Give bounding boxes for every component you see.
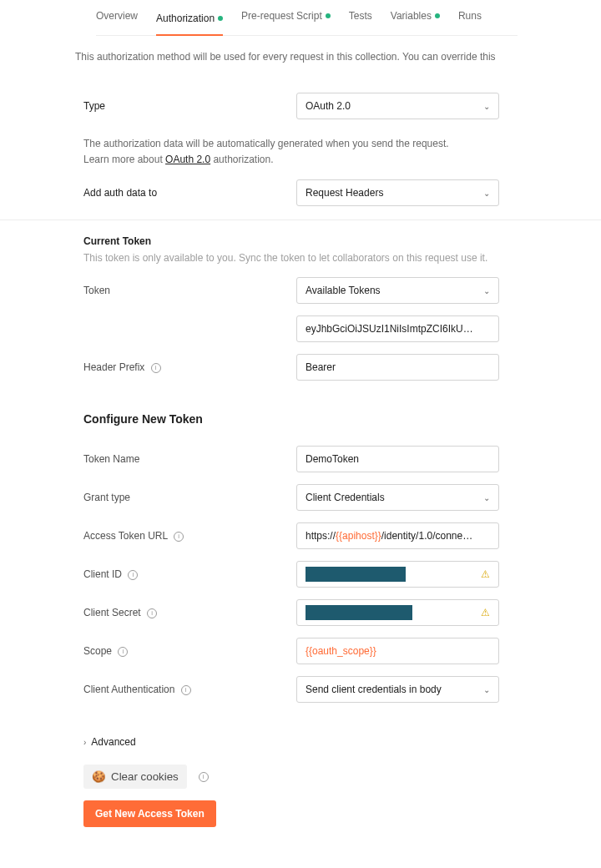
token-label: Token [83, 285, 296, 296]
token-name-value: DemoToken [306, 453, 359, 465]
token-value: eyJhbGciOiJSUzI1NiIsImtpZCI6IkU2N… [306, 323, 473, 335]
status-dot-icon [435, 13, 440, 18]
scope-value: {{oauth_scope}} [306, 645, 376, 657]
token-value-input[interactable]: eyJhbGciOiJSUzI1NiIsImtpZCI6IkU2N… [296, 315, 499, 342]
client-auth-select[interactable]: Send client credentials in body ⌄ [296, 676, 499, 703]
redacted-value [306, 567, 406, 582]
url-label-text: Access Token URL [83, 530, 168, 542]
token-select-value: Available Tokens [306, 285, 381, 296]
tab-variables-label: Variables [391, 10, 432, 22]
type-select-value: OAuth 2.0 [306, 100, 351, 112]
desc-after: authorization. [210, 154, 273, 165]
client-auth-text: Client Authentication [83, 684, 174, 695]
type-select[interactable]: OAuth 2.0 ⌄ [296, 93, 499, 119]
info-icon[interactable]: i [128, 570, 138, 580]
tab-prerequest-label: Pre-request Script [241, 10, 322, 22]
client-secret-label: Client Secret i [83, 607, 296, 618]
info-icon[interactable]: i [181, 685, 191, 695]
chevron-down-icon: ⌄ [483, 102, 490, 111]
info-icon[interactable]: i [151, 363, 161, 373]
client-id-input[interactable]: ⚠ [296, 561, 499, 588]
token-name-label: Token Name [83, 453, 296, 465]
status-dot-icon [218, 16, 223, 21]
advanced-label: Advanced [91, 736, 135, 748]
add-auth-select[interactable]: Request Headers ⌄ [296, 179, 499, 206]
header-prefix-value: Bearer [306, 361, 336, 373]
client-secret-input[interactable]: ⚠ [296, 599, 499, 626]
chevron-down-icon: ⌄ [483, 493, 490, 502]
info-icon[interactable]: i [118, 647, 128, 657]
tab-authorization[interactable]: Authorization [156, 10, 223, 36]
url-value: https://{{apihost}}/identity/1.0/conne… [306, 530, 473, 542]
tab-runs[interactable]: Runs [458, 10, 482, 27]
grant-value: Client Credentials [306, 492, 385, 503]
current-token-desc: This token is only available to you. Syn… [83, 250, 518, 265]
chevron-down-icon: ⌄ [483, 685, 490, 694]
add-auth-value: Request Headers [306, 187, 383, 199]
auth-description: The authorization data will be automatic… [83, 136, 518, 168]
access-token-url-input[interactable]: https://{{apihost}}/identity/1.0/conne… [296, 522, 499, 549]
desc-line1: The authorization data will be automatic… [83, 138, 449, 149]
client-auth-label: Client Authentication i [83, 684, 296, 695]
chevron-right-icon: › [83, 738, 86, 747]
header-prefix-input[interactable]: Bearer [296, 354, 499, 381]
tab-prerequest[interactable]: Pre-request Script [241, 10, 331, 27]
scope-text: Scope [83, 645, 112, 657]
warning-icon[interactable]: ⚠ [481, 607, 490, 618]
tabs-bar: Overview Authorization Pre-request Scrip… [96, 0, 518, 36]
advanced-toggle[interactable]: › Advanced [83, 736, 518, 748]
client-id-text: Client ID [83, 568, 122, 580]
tab-variables[interactable]: Variables [391, 10, 440, 27]
info-icon[interactable]: i [199, 772, 209, 782]
client-secret-text: Client Secret [83, 607, 141, 618]
token-select[interactable]: Available Tokens ⌄ [296, 277, 499, 304]
client-auth-value: Send client credentials in body [306, 684, 442, 695]
chevron-down-icon: ⌄ [483, 189, 490, 198]
grant-select[interactable]: Client Credentials ⌄ [296, 484, 499, 511]
type-label: Type [83, 100, 296, 112]
intro-text: This authorization method will be used f… [75, 49, 526, 64]
status-dot-icon [326, 13, 331, 18]
url-label: Access Token URL i [83, 530, 296, 542]
grant-label: Grant type [83, 492, 296, 503]
cookie-icon: 🍪 [92, 770, 106, 783]
tab-tests[interactable]: Tests [349, 10, 372, 27]
info-icon[interactable]: i [174, 532, 184, 542]
token-name-input[interactable]: DemoToken [296, 446, 499, 472]
header-prefix-label: Header Prefix i [83, 361, 296, 373]
get-new-access-token-button[interactable]: Get New Access Token [83, 800, 216, 827]
warning-icon[interactable]: ⚠ [481, 568, 490, 580]
clear-cookies-button[interactable]: 🍪 Clear cookies [83, 765, 187, 789]
header-prefix-text: Header Prefix [83, 361, 144, 373]
info-icon[interactable]: i [147, 608, 157, 618]
tab-overview[interactable]: Overview [96, 10, 138, 27]
add-auth-label: Add auth data to [83, 187, 296, 199]
tab-authorization-label: Authorization [156, 13, 215, 24]
current-token-header: Current Token [83, 235, 518, 247]
client-id-label: Client ID i [83, 568, 296, 580]
chevron-down-icon: ⌄ [483, 286, 490, 295]
configure-title: Configure New Token [83, 412, 518, 426]
clear-cookies-label: Clear cookies [111, 770, 179, 783]
desc-learn: Learn more about [83, 154, 165, 165]
oauth-link[interactable]: OAuth 2.0 [165, 154, 210, 165]
scope-input[interactable]: {{oauth_scope}} [296, 638, 499, 664]
redacted-value [306, 605, 412, 620]
scope-label: Scope i [83, 645, 296, 657]
